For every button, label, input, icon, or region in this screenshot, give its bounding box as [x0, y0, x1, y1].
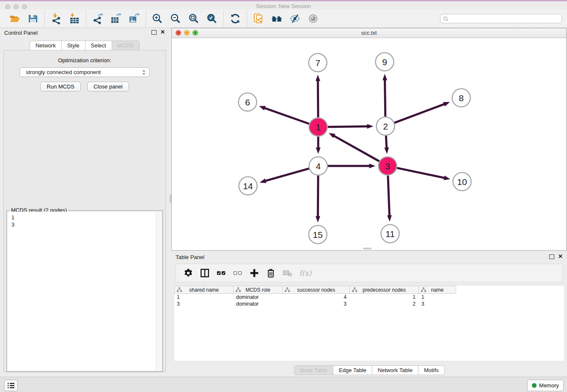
float-panel-icon[interactable]: [151, 30, 157, 35]
tab-mcds[interactable]: MCDS: [112, 41, 140, 50]
canvas-scroll-handle[interactable]: [363, 248, 372, 249]
import-table-icon[interactable]: [69, 13, 80, 24]
refresh-icon[interactable]: [230, 13, 241, 24]
delete-icon[interactable]: [266, 268, 275, 278]
svg-text:3: 3: [385, 161, 390, 171]
result-scrollbar[interactable]: [156, 212, 162, 371]
graph-edge-2-9[interactable]: [385, 79, 385, 116]
graph-node-3[interactable]: 3: [379, 157, 397, 175]
tab-node-table[interactable]: Node Table: [294, 365, 333, 375]
tab-motifs[interactable]: Motifs: [418, 365, 445, 375]
column-header-shared-name[interactable]: shared name: [174, 286, 234, 294]
table-panel: Table Panel ✕ f(x) shared nameMCDS roles…: [171, 252, 567, 377]
tab-network-table[interactable]: Network Table: [372, 365, 418, 375]
table-cell: 3: [419, 301, 456, 307]
panel-divider-handle[interactable]: [170, 195, 171, 203]
zoom-fit-icon[interactable]: [188, 13, 199, 24]
column-header-MCDS-role[interactable]: MCDS role: [234, 286, 283, 294]
table-panel-title: Table Panel: [176, 254, 204, 260]
mcds-panel: Optimization criterion: strongly connect…: [3, 50, 166, 372]
export-image-icon[interactable]: [129, 13, 140, 24]
control-panel-tabs: NetworkStyleSelectMCDS: [0, 41, 169, 50]
graph-node-14[interactable]: 14: [239, 177, 257, 195]
deselect-all-icon[interactable]: [233, 268, 242, 278]
memory-button[interactable]: Memory: [527, 380, 564, 391]
mcds-result-list[interactable]: 13: [8, 212, 162, 371]
graph-node-6[interactable]: 6: [239, 93, 257, 111]
criterion-value: strongly connected component: [26, 69, 142, 75]
table-row[interactable]: 3dominator323: [174, 301, 564, 307]
import-network-icon[interactable]: [51, 13, 62, 24]
network-file-icon[interactable]: [253, 13, 264, 24]
export-network-icon[interactable]: [92, 13, 103, 24]
houses-icon[interactable]: [271, 13, 282, 24]
table-row[interactable]: 1dominator411: [174, 294, 564, 301]
graph-node-8[interactable]: 8: [452, 89, 471, 107]
tab-edge-table[interactable]: Edge Table: [333, 365, 372, 375]
eye-slash-icon[interactable]: [289, 13, 300, 24]
graph-edge-4-14[interactable]: [264, 168, 309, 181]
select-all-icon[interactable]: [217, 268, 226, 278]
add-icon[interactable]: [250, 268, 259, 278]
graph-node-15[interactable]: 15: [309, 226, 327, 244]
hierarchy-icon: [421, 287, 426, 292]
graph-edge-arrow-3-10: [443, 176, 450, 180]
mcds-result-node: 3: [11, 221, 162, 228]
graph-edge-1-6[interactable]: [264, 108, 309, 124]
open-session-icon[interactable]: [9, 13, 20, 24]
search-input[interactable]: [449, 15, 559, 22]
graph-edge-4-15[interactable]: [318, 175, 318, 217]
svg-text:6: 6: [245, 97, 250, 107]
save-session-icon[interactable]: [28, 13, 39, 24]
split-columns-icon[interactable]: [200, 268, 209, 278]
memory-label: Memory: [539, 382, 559, 389]
column-header-successor-nodes[interactable]: successor nodes: [283, 286, 350, 294]
graph-edge-arrow-2-9: [383, 74, 387, 80]
column-header-name[interactable]: name: [419, 286, 456, 294]
graph-node-7[interactable]: 7: [309, 54, 327, 72]
svg-text:11: 11: [385, 229, 395, 239]
status-bar: Memory: [0, 377, 567, 392]
graph-edge-3-11[interactable]: [388, 175, 390, 216]
graph-edge-arrow-3-11: [387, 215, 392, 221]
task-history-button[interactable]: [4, 380, 18, 391]
run-mcds-button[interactable]: Run MCDS: [40, 82, 81, 91]
gear-icon[interactable]: [184, 268, 193, 278]
graph-node-1[interactable]: 1: [309, 118, 328, 136]
control-panel-title: Control Panel: [4, 30, 38, 36]
hierarchy-icon: [177, 287, 182, 292]
close-panel-button[interactable]: Close panel: [87, 82, 129, 91]
svg-text:8: 8: [459, 93, 464, 103]
graph-edge-arrow-1-6: [259, 106, 266, 110]
graph-node-4[interactable]: 4: [309, 157, 328, 175]
tab-select[interactable]: Select: [85, 41, 112, 50]
float-table-panel-icon[interactable]: [549, 254, 554, 259]
zoom-in-icon[interactable]: [152, 13, 163, 24]
column-label: predecessor nodes: [363, 287, 406, 293]
column-header-predecessor-nodes[interactable]: predecessor nodes: [350, 286, 419, 294]
graph-edge-2-3[interactable]: [386, 135, 387, 149]
criterion-select[interactable]: strongly connected component: [19, 67, 150, 77]
tab-network[interactable]: Network: [30, 41, 62, 50]
graph-edge-1-7[interactable]: [318, 80, 318, 117]
window-titlebar: Session: New Session: [0, 0, 567, 9]
network-canvas[interactable]: 7968124314101511: [172, 38, 566, 251]
graph-node-2[interactable]: 2: [377, 117, 395, 135]
graph-node-11[interactable]: 11: [381, 225, 399, 243]
graph-node-9[interactable]: 9: [376, 53, 394, 71]
graph-edge-3-1[interactable]: [333, 135, 379, 161]
graph-edge-3-10[interactable]: [397, 168, 445, 178]
table-header: shared nameMCDS rolesuccessor nodesprede…: [174, 286, 564, 294]
table-toolbar: f(x): [176, 264, 563, 282]
export-table-icon[interactable]: [110, 13, 121, 24]
graph-edge-2-8[interactable]: [394, 104, 445, 123]
graph-node-10[interactable]: 10: [453, 173, 471, 191]
graph-edge-1-2[interactable]: [328, 127, 368, 127]
search-field[interactable]: [440, 14, 562, 23]
table-cell: 1: [419, 294, 456, 301]
close-panel-icon[interactable]: ✕: [160, 30, 165, 35]
close-table-panel-icon[interactable]: ✕: [558, 254, 563, 259]
tab-style[interactable]: Style: [61, 41, 85, 50]
zoom-out-icon[interactable]: [170, 13, 181, 24]
zoom-selected-icon[interactable]: [206, 13, 217, 24]
